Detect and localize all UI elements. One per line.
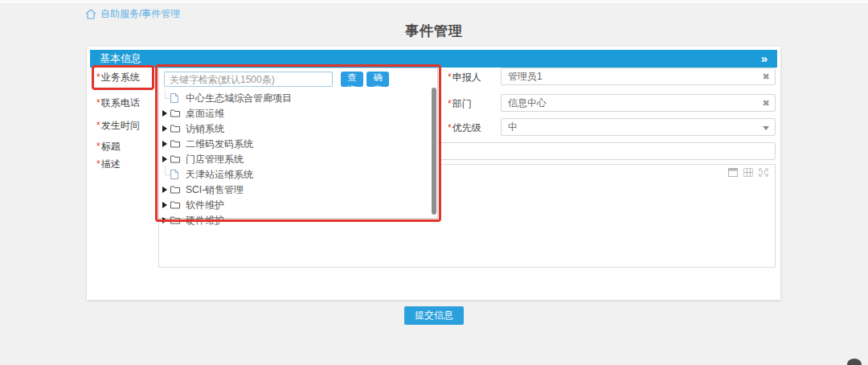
tree-search-input[interactable] bbox=[164, 72, 333, 87]
label-business-system: *业务系统 bbox=[96, 71, 140, 84]
tree-connector bbox=[159, 169, 170, 180]
clear-x-glyph: ✖ bbox=[762, 98, 769, 109]
business-system-tree-popup: 查询 确定 中心生态城综合管廊项目 桌面运维 访销系统 二维码发码系统 门店管理… bbox=[158, 68, 438, 219]
label-title: *标题 bbox=[96, 140, 121, 154]
expand-arrow-icon[interactable] bbox=[159, 199, 170, 211]
file-icon bbox=[170, 92, 182, 104]
label-priority: *优先级 bbox=[448, 121, 481, 135]
label-text: 业务系统 bbox=[101, 72, 140, 83]
expand-arrow-icon[interactable] bbox=[159, 184, 170, 195]
tree-item-label: 访销系统 bbox=[186, 122, 224, 136]
editor-table-icon[interactable] bbox=[743, 168, 753, 177]
required-mark: * bbox=[96, 141, 100, 152]
required-mark: * bbox=[448, 122, 452, 133]
tree-item-branch[interactable]: 硬件维护 bbox=[159, 213, 224, 228]
tree-item-branch[interactable]: SCI-销售管理 bbox=[159, 182, 244, 197]
expand-arrow-icon[interactable] bbox=[159, 108, 170, 119]
tree-confirm-button[interactable]: 确定 bbox=[366, 72, 389, 87]
tree-item-branch[interactable]: 访销系统 bbox=[159, 121, 224, 136]
tree-item-branch[interactable]: 桌面运维 bbox=[159, 106, 224, 121]
tree-item-label: 天津站运维系统 bbox=[186, 168, 253, 182]
top-strip bbox=[0, 0, 868, 3]
tree-query-button[interactable]: 查询 bbox=[341, 72, 363, 87]
required-mark: * bbox=[96, 120, 100, 131]
priority-caret-icon[interactable] bbox=[760, 122, 772, 133]
reporter-input[interactable] bbox=[501, 68, 776, 85]
caret-down-glyph bbox=[763, 126, 769, 130]
tree-item-label: 门店管理系统 bbox=[186, 153, 244, 166]
editor-window-icon[interactable] bbox=[728, 168, 738, 177]
tree-item-branch[interactable]: 软件维护 bbox=[159, 198, 224, 212]
priority-select[interactable] bbox=[501, 118, 776, 136]
breadcrumb-label: 自助服务/事件管理 bbox=[100, 7, 180, 21]
editor-fullscreen-icon[interactable] bbox=[759, 168, 768, 177]
tree-connector bbox=[159, 92, 170, 104]
panel-title: 基本信息 bbox=[100, 50, 141, 68]
tree-scrollbar[interactable] bbox=[432, 88, 436, 215]
file-icon bbox=[170, 169, 182, 180]
label-contact-phone: *联系电话 bbox=[96, 96, 140, 110]
label-description: *描述 bbox=[96, 158, 121, 171]
tree-item-label: SCI-销售管理 bbox=[186, 183, 244, 197]
required-mark: * bbox=[96, 72, 100, 83]
panel-header: 基本信息 » bbox=[90, 50, 777, 68]
tree-item-label: 软件维护 bbox=[186, 199, 224, 212]
tree-item-label: 桌面运维 bbox=[186, 107, 224, 121]
folder-icon bbox=[170, 215, 182, 226]
tree-item-label: 中心生态城综合管廊项目 bbox=[186, 92, 292, 105]
folder-icon bbox=[170, 184, 182, 195]
expand-arrow-icon[interactable] bbox=[159, 215, 170, 226]
required-mark: * bbox=[448, 72, 452, 83]
tree-item-label: 硬件维护 bbox=[186, 214, 224, 228]
label-text: 申报人 bbox=[452, 72, 481, 83]
label-text: 描述 bbox=[101, 158, 121, 170]
required-mark: * bbox=[96, 158, 100, 170]
label-text: 联系电话 bbox=[101, 97, 140, 109]
clear-x-glyph: ✖ bbox=[762, 72, 769, 82]
breadcrumb[interactable]: 自助服务/事件管理 bbox=[85, 7, 180, 21]
tree-item-leaf[interactable]: 天津站运维系统 bbox=[159, 167, 253, 182]
corner-artifact bbox=[847, 359, 862, 365]
label-department: *部门 bbox=[448, 97, 472, 111]
label-text: 发生时间 bbox=[101, 120, 140, 131]
tree-item-branch[interactable]: 二维码发码系统 bbox=[159, 137, 253, 151]
reporter-clear-icon[interactable]: ✖ bbox=[760, 71, 772, 82]
expand-arrow-icon[interactable] bbox=[159, 154, 170, 165]
page-title: 事件管理 bbox=[0, 22, 868, 40]
expand-arrow-icon[interactable] bbox=[159, 138, 170, 150]
label-text: 部门 bbox=[452, 98, 472, 109]
folder-icon bbox=[170, 199, 182, 211]
home-icon bbox=[85, 9, 96, 19]
expand-arrow-icon[interactable] bbox=[159, 123, 170, 134]
tree-item-label: 二维码发码系统 bbox=[186, 137, 253, 151]
submit-button[interactable]: 提交信息 bbox=[404, 306, 464, 325]
department-clear-icon[interactable]: ✖ bbox=[760, 97, 772, 109]
folder-icon bbox=[170, 123, 182, 134]
department-input[interactable] bbox=[501, 94, 776, 112]
required-mark: * bbox=[448, 98, 452, 109]
basic-info-card: 基本信息 » *业务系统 *联系电话 *发生时间 *标题 *描述 *申报人 *部… bbox=[87, 47, 780, 300]
tree-item-leaf[interactable]: 中心生态城综合管廊项目 bbox=[159, 91, 292, 105]
label-text: 标题 bbox=[101, 141, 121, 152]
label-occurrence-time: *发生时间 bbox=[96, 119, 140, 133]
tree-item-branch[interactable]: 门店管理系统 bbox=[159, 152, 244, 166]
required-mark: * bbox=[96, 97, 100, 109]
editor-toolbar bbox=[728, 168, 768, 177]
folder-icon bbox=[170, 138, 182, 150]
label-text: 优先级 bbox=[452, 122, 481, 133]
folder-icon bbox=[170, 108, 182, 119]
folder-icon bbox=[170, 154, 182, 165]
collapse-chevrons-icon[interactable]: » bbox=[761, 51, 768, 67]
label-reporter: *申报人 bbox=[448, 71, 481, 84]
